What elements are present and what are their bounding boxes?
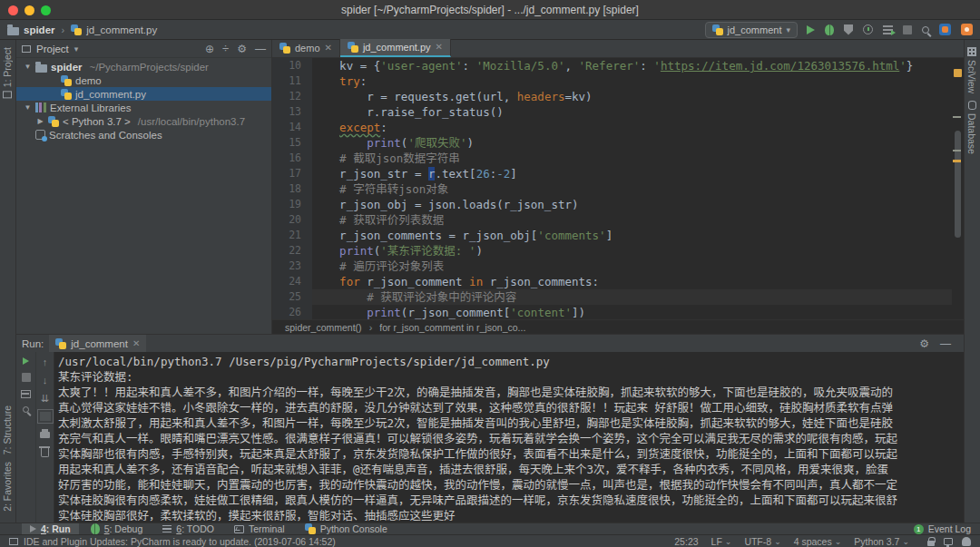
status-item-4-spaces[interactable]: 4 spaces⌄ — [794, 536, 842, 547]
zoom-window-button[interactable] — [41, 5, 51, 15]
tree-item-demo[interactable]: demo — [16, 73, 271, 87]
folder-icon — [35, 64, 47, 73]
sidebar-item-project[interactable]: 1: Project — [2, 47, 13, 98]
sidebar-item-sciview[interactable]: SciView — [966, 47, 977, 93]
plugin-icon[interactable] — [939, 24, 951, 35]
toolwindow-button--run[interactable]: 4: Run — [22, 523, 79, 535]
tab-jd-comment-py[interactable]: jd_comment.py✕ — [340, 39, 451, 57]
gear-icon[interactable]: ⚙ — [237, 44, 247, 54]
editor-scrollbar[interactable] — [952, 58, 964, 319]
code-line[interactable]: 21 r_json_comments = r_json_obj['comment… — [272, 228, 952, 243]
run-tab[interactable]: jd_comment ✕ — [49, 335, 146, 352]
sidebar-item-favorites[interactable]: 2: Favorites — [2, 462, 13, 512]
tree-item--python-3-7-[interactable]: ▶< Python 3.7 >/usr/local/bin/python3.7 — [16, 114, 271, 128]
code-line[interactable]: 20 # 获取评价列表数据 — [272, 212, 952, 228]
hector-inspections-icon[interactable] — [962, 537, 971, 546]
code-line[interactable]: 22 print('某东评论数据: ') — [272, 243, 952, 259]
tree-item-spider[interactable]: ▼spider~/PycharmProjects/spider — [16, 60, 271, 73]
code-line[interactable]: 14 except: — [272, 120, 952, 135]
inspection-warning-marker[interactable] — [954, 69, 962, 77]
breadcrumb-statement[interactable]: for r_json_comment in r_json_co... — [379, 322, 525, 333]
toolwindow-button-python-console[interactable]: Python Console — [297, 523, 396, 535]
status-message[interactable]: IDE and Plugin Updates: PyCharm is ready… — [24, 536, 336, 547]
sidebar-item-database[interactable]: Database — [966, 101, 977, 154]
project-view-label[interactable]: Project — [36, 44, 69, 54]
stop-button[interactable] — [903, 25, 912, 34]
tree-item-scratches-and-consoles[interactable]: Scratches and Consoles — [16, 128, 271, 142]
scroll-to-end-icon[interactable]: ⇊ — [41, 394, 49, 404]
code-line[interactable]: 11 try: — [272, 73, 952, 89]
code-line[interactable]: 12 r = requests.get(url, headers=kv) — [272, 89, 952, 104]
code-line[interactable]: 17 r_json_str = r.text[26:-2] — [272, 166, 952, 181]
minimize-window-button[interactable] — [24, 5, 34, 15]
breadcrumb-project[interactable]: spider — [24, 24, 55, 35]
restore-layout-icon[interactable] — [21, 390, 31, 398]
code-line[interactable]: 13 r.raise_for_status() — [272, 104, 952, 120]
breadcrumb-function[interactable]: spider_comment() — [285, 322, 362, 333]
scrollbar-warning-marker[interactable] — [953, 160, 961, 162]
scrollbar-marker[interactable] — [953, 150, 961, 151]
status-item-lf[interactable]: LF⌄ — [711, 536, 732, 547]
code-line[interactable]: 15 print('爬取失败') — [272, 135, 952, 151]
down-stack-trace-icon[interactable]: ↓ — [43, 376, 48, 386]
close-icon[interactable]: ✕ — [436, 43, 443, 52]
code-editor[interactable]: 10 kv = {'user-agent': 'Mozilla/5.0', 'R… — [272, 58, 952, 319]
debug-button[interactable] — [825, 24, 834, 35]
search-everywhere-icon[interactable] — [922, 26, 929, 34]
sidebar-item-structure[interactable]: 7: Structure — [2, 405, 13, 454]
collapse-all-icon[interactable]: ÷ — [222, 44, 229, 54]
code-line[interactable]: 18 # 字符串转json对象 — [272, 181, 952, 197]
tree-toggle-arrow[interactable]: ▶ — [36, 117, 44, 125]
toolwindow-button--debug[interactable]: 5: Debug — [83, 523, 152, 535]
code-line[interactable]: 23 # 遍历评论对象列表 — [272, 259, 952, 274]
code-line[interactable]: 16 # 截取json数据字符串 — [272, 151, 952, 166]
soft-wrap-icon[interactable] — [40, 412, 51, 421]
profiler-button[interactable] — [863, 24, 873, 34]
stop-button[interactable] — [22, 373, 31, 382]
up-stack-trace-icon[interactable]: ↑ — [43, 357, 48, 367]
concurrency-diagram-button[interactable] — [883, 25, 893, 34]
event-log-label[interactable]: Event Log — [928, 523, 971, 534]
status-item-utf-8[interactable]: UTF-8⌄ — [744, 536, 780, 547]
tree-toggle-arrow[interactable]: ▼ — [24, 103, 32, 112]
screencast-icon[interactable] — [944, 538, 953, 545]
toolwindow-button--todo[interactable]: 6: TODO — [154, 523, 222, 535]
coverage-button[interactable] — [844, 24, 853, 35]
rerun-button[interactable] — [23, 357, 29, 365]
status-message-icon[interactable] — [9, 538, 18, 545]
tree-item-external-libraries[interactable]: ▼External Libraries — [16, 101, 271, 114]
code-line[interactable]: 24 for r_json_comment in r_json_comments… — [272, 274, 952, 289]
close-window-button[interactable] — [8, 5, 18, 15]
print-icon[interactable] — [40, 432, 50, 438]
code-line[interactable]: 19 r_json_obj = json.loads(r_json_str) — [272, 197, 952, 212]
hide-panel-icon[interactable]: — — [255, 44, 266, 54]
run-configuration-select[interactable]: jd_comment ▾ — [705, 22, 798, 38]
python-file-icon — [348, 42, 358, 53]
scrollbar-marker[interactable] — [953, 116, 961, 118]
run-button[interactable] — [807, 25, 815, 34]
status-item-25-23[interactable]: 25:23 — [674, 536, 698, 547]
code-line[interactable]: 25 # 获取评论对象中的评论内容 — [272, 289, 952, 305]
chevron-down-icon[interactable]: ▾ — [74, 44, 79, 54]
close-icon[interactable]: ✕ — [325, 44, 332, 53]
code-line[interactable]: 26 print(r_json_comment['content']) — [272, 305, 952, 319]
toolwindow-button-terminal[interactable]: Terminal — [226, 523, 293, 535]
pin-tab-icon[interactable] — [23, 406, 29, 413]
locate-file-icon[interactable]: ⊕ — [205, 44, 214, 54]
status-item-python-3-7[interactable]: Python 3.7⌄ — [854, 536, 909, 547]
close-icon[interactable]: ✕ — [132, 339, 140, 348]
event-log-badge[interactable]: 1 — [914, 524, 924, 534]
line-number: 23 — [272, 259, 312, 274]
clear-console-icon[interactable] — [41, 448, 49, 457]
code-line[interactable]: 10 kv = {'user-agent': 'Mozilla/5.0', 'R… — [272, 58, 952, 73]
plugin-icon[interactable] — [961, 24, 973, 35]
gear-icon[interactable]: ⚙ — [919, 338, 929, 349]
tab-demo[interactable]: demo✕ — [272, 39, 340, 57]
scrollbar-thumb[interactable] — [955, 131, 961, 238]
run-console-output[interactable]: /usr/local/bin/python3.7 /Users/pig/Pych… — [54, 352, 964, 523]
tree-item-jd-comment-py[interactable]: jd_comment.py — [16, 87, 271, 101]
lock-icon[interactable] — [927, 541, 935, 546]
breadcrumb-file[interactable]: jd_comment.py — [86, 24, 157, 35]
hide-panel-icon[interactable]: — — [940, 338, 951, 349]
tree-toggle-arrow[interactable]: ▼ — [24, 63, 32, 71]
